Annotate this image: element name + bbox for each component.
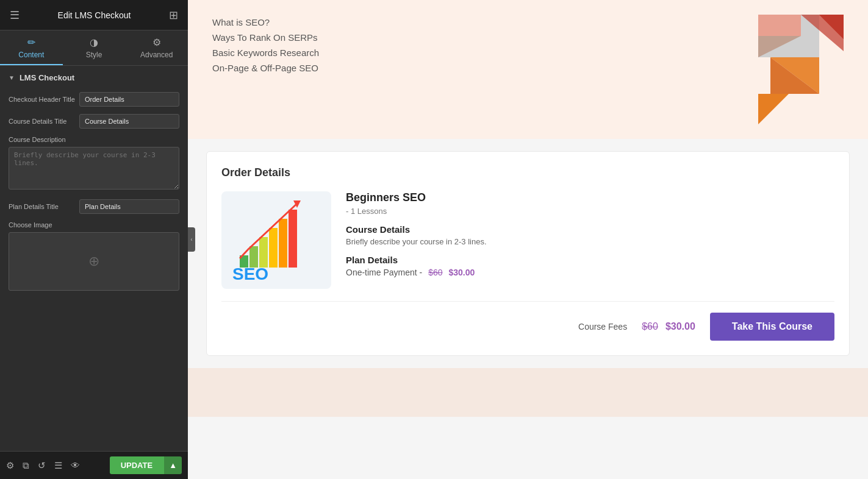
svg-rect-6	[758, 15, 801, 36]
order-title: Order Details	[221, 166, 834, 179]
svg-rect-11	[259, 237, 268, 268]
banner-item-1: Ways To Rank On SERPs	[212, 30, 319, 45]
checkout-header-row: Checkout Header Title	[9, 92, 179, 107]
svg-rect-14	[289, 210, 297, 268]
course-name: Beginners SEO	[346, 191, 834, 204]
style-tab-icon: ◑	[90, 37, 98, 48]
plan-details-title-row: Plan Details Title	[9, 199, 179, 214]
course-details-title-row: Course Details Title	[9, 114, 179, 129]
choose-image-group: Choose Image ⊕	[9, 221, 179, 291]
banner-list: What is SEO? Ways To Rank On SERPs Basic…	[212, 15, 319, 76]
tab-advanced[interactable]: ⚙ Advanced	[125, 30, 188, 65]
banner-svg	[722, 15, 844, 124]
plan-text: One-time Payment -	[346, 268, 422, 277]
update-button[interactable]: UPDATE	[110, 456, 163, 474]
section-label: LMS Checkout	[20, 73, 74, 82]
svg-marker-8	[758, 94, 789, 124]
update-arrow-button[interactable]: ▲	[163, 456, 182, 474]
settings-icon[interactable]: ⚙	[6, 460, 14, 471]
plan-price: One-time Payment - $60 $30.00	[346, 268, 834, 277]
section-header: ▼ LMS Checkout	[9, 73, 179, 82]
banner-item-2: Basic Keywords Research	[212, 45, 319, 60]
plan-details-title-label: Plan Details Title	[9, 202, 76, 211]
update-group: UPDATE ▲	[110, 456, 182, 474]
editor-title: Edit LMS Checkout	[58, 10, 131, 20]
fees-old-price: $60	[642, 321, 658, 332]
checkout-header-label: Checkout Header Title	[9, 95, 76, 104]
upload-icon: ⊕	[88, 254, 99, 269]
course-info: Beginners SEO - 1 Lessons Course Details…	[346, 191, 834, 289]
banner-graphic	[722, 15, 844, 124]
menu-icon[interactable]: ☰	[10, 9, 20, 22]
top-bar: ☰ Edit LMS Checkout ⊞	[0, 0, 188, 30]
tab-style[interactable]: ◑ Style	[63, 30, 126, 65]
seo-svg: SEO	[228, 194, 325, 286]
course-details-title: Course Details	[346, 224, 834, 235]
svg-rect-12	[269, 228, 278, 268]
svg-text:SEO: SEO	[232, 264, 268, 283]
course-image: SEO	[221, 191, 331, 289]
advanced-tab-icon: ⚙	[152, 37, 161, 48]
left-panel: ☰ Edit LMS Checkout ⊞ ✏ Content ◑ Style …	[0, 0, 188, 479]
content-tab-icon: ✏	[27, 37, 35, 48]
style-tab-label: Style	[86, 51, 102, 59]
bottom-icons: ⚙ ⧉ ↺ ☰ 👁	[6, 460, 80, 471]
course-details-title-label: Course Details Title	[9, 117, 76, 126]
plan-title: Plan Details	[346, 255, 834, 265]
bottom-stripe	[188, 368, 868, 417]
take-course-button[interactable]: Take This Course	[710, 313, 834, 341]
plan-new-price: $30.00	[448, 268, 475, 277]
layers-icon[interactable]: ⧉	[23, 460, 29, 471]
eye-icon[interactable]: 👁	[71, 460, 80, 470]
fees-price: $60 $30.00	[642, 321, 695, 332]
course-lessons: - 1 Lessons	[346, 207, 834, 216]
svg-rect-13	[279, 219, 287, 268]
collapse-handle[interactable]: ‹	[188, 227, 195, 252]
tab-content[interactable]: ✏ Content	[0, 30, 63, 65]
image-upload-box[interactable]: ⊕	[9, 232, 179, 291]
fees-label: Course Fees	[578, 322, 627, 332]
course-details-title-input[interactable]	[79, 114, 179, 129]
bottom-bar: ⚙ ⧉ ↺ ☰ 👁 UPDATE ▲	[0, 451, 188, 479]
top-banner: What is SEO? Ways To Rank On SERPs Basic…	[188, 0, 868, 139]
course-details-desc: Briefly describe your course in 2-3 line…	[346, 237, 834, 246]
plan-details-title-input[interactable]	[79, 199, 179, 214]
choose-image-label: Choose Image	[9, 221, 179, 229]
plan-old-price: $60	[428, 268, 442, 277]
checkout-header-input[interactable]	[79, 92, 179, 107]
tabs-bar: ✏ Content ◑ Style ⚙ Advanced	[0, 30, 188, 66]
order-section: Order Details SEO	[206, 151, 850, 356]
course-card: SEO Beginners SEO - 1 Lessons Course Det…	[221, 191, 834, 289]
course-description-textarea[interactable]	[9, 147, 179, 190]
content-tab-label: Content	[18, 51, 44, 59]
order-footer: Course Fees $60 $30.00 Take This Course	[221, 301, 834, 341]
fees-new-price: $30.00	[665, 321, 695, 332]
course-description-group: Course Description	[9, 136, 179, 192]
advanced-tab-label: Advanced	[140, 51, 173, 59]
history-icon[interactable]: ↺	[38, 460, 46, 471]
banner-item-0: What is SEO?	[212, 15, 319, 30]
section-arrow[interactable]: ▼	[9, 74, 15, 81]
notes-icon[interactable]: ☰	[54, 460, 62, 471]
course-description-label: Course Description	[9, 136, 179, 143]
right-area: What is SEO? Ways To Rank On SERPs Basic…	[188, 0, 868, 479]
panel-content: ▼ LMS Checkout Checkout Header Title Cou…	[0, 66, 188, 451]
banner-item-3: On-Page & Off-Page SEO	[212, 60, 319, 76]
grid-icon[interactable]: ⊞	[169, 9, 178, 22]
